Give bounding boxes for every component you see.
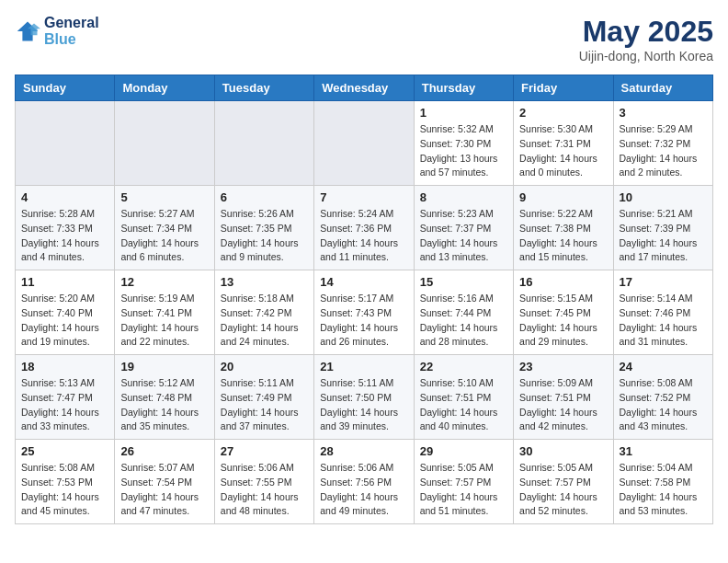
calendar-week-4: 18Sunrise: 5:13 AM Sunset: 7:47 PM Dayli… — [16, 355, 713, 440]
day-info: Sunrise: 5:06 AM Sunset: 7:55 PM Dayligh… — [221, 461, 308, 519]
calendar-cell: 7Sunrise: 5:24 AM Sunset: 7:36 PM Daylig… — [314, 186, 414, 270]
calendar-cell: 5Sunrise: 5:27 AM Sunset: 7:34 PM Daylig… — [115, 186, 214, 270]
calendar-cell: 3Sunrise: 5:29 AM Sunset: 7:32 PM Daylig… — [613, 101, 712, 186]
day-info: Sunrise: 5:21 AM Sunset: 7:39 PM Dayligh… — [620, 207, 707, 265]
day-number: 24 — [620, 360, 707, 373]
logo: General Blue — [15, 15, 99, 48]
calendar-cell: 15Sunrise: 5:16 AM Sunset: 7:44 PM Dayli… — [414, 270, 513, 355]
calendar-cell — [214, 101, 313, 186]
calendar-cell — [314, 101, 414, 186]
day-number: 18 — [21, 360, 108, 373]
calendar-cell: 11Sunrise: 5:20 AM Sunset: 7:40 PM Dayli… — [16, 270, 115, 355]
day-info: Sunrise: 5:29 AM Sunset: 7:32 PM Dayligh… — [620, 122, 707, 180]
calendar-cell: 20Sunrise: 5:11 AM Sunset: 7:49 PM Dayli… — [214, 355, 313, 440]
day-info: Sunrise: 5:07 AM Sunset: 7:54 PM Dayligh… — [120, 461, 208, 519]
calendar-cell: 28Sunrise: 5:06 AM Sunset: 7:56 PM Dayli… — [314, 440, 414, 524]
day-number: 16 — [519, 275, 607, 289]
calendar-cell: 27Sunrise: 5:06 AM Sunset: 7:55 PM Dayli… — [214, 440, 313, 524]
day-number: 4 — [21, 190, 108, 204]
page-header: General Blue May 2025 Uijin-dong, North … — [15, 15, 713, 63]
calendar-header-row: SundayMondayTuesdayWednesdayThursdayFrid… — [16, 75, 713, 101]
calendar-cell: 10Sunrise: 5:21 AM Sunset: 7:39 PM Dayli… — [613, 186, 712, 270]
day-number: 17 — [620, 275, 707, 289]
day-number: 19 — [120, 360, 208, 373]
logo-icon — [15, 18, 40, 44]
day-number: 10 — [620, 190, 707, 204]
day-number: 27 — [221, 444, 308, 458]
calendar-week-3: 11Sunrise: 5:20 AM Sunset: 7:40 PM Dayli… — [16, 270, 713, 355]
weekday-header-tuesday: Tuesday — [214, 75, 313, 101]
day-info: Sunrise: 5:27 AM Sunset: 7:34 PM Dayligh… — [120, 207, 208, 265]
calendar-cell: 22Sunrise: 5:10 AM Sunset: 7:51 PM Dayli… — [414, 355, 513, 440]
day-number: 26 — [120, 444, 208, 458]
day-number: 1 — [420, 106, 507, 120]
logo-text-line1: General — [44, 15, 99, 31]
logo-text-line2: Blue — [44, 31, 99, 48]
calendar-cell: 12Sunrise: 5:19 AM Sunset: 7:41 PM Dayli… — [115, 270, 214, 355]
day-info: Sunrise: 5:17 AM Sunset: 7:43 PM Dayligh… — [320, 292, 407, 350]
day-info: Sunrise: 5:08 AM Sunset: 7:53 PM Dayligh… — [21, 461, 108, 519]
day-info: Sunrise: 5:08 AM Sunset: 7:52 PM Dayligh… — [620, 376, 707, 434]
month-title: May 2025 — [579, 15, 713, 49]
day-number: 22 — [420, 360, 507, 373]
day-number: 21 — [320, 360, 407, 373]
day-info: Sunrise: 5:22 AM Sunset: 7:38 PM Dayligh… — [519, 207, 607, 265]
day-info: Sunrise: 5:16 AM Sunset: 7:44 PM Dayligh… — [420, 292, 507, 350]
weekday-header-thursday: Thursday — [414, 75, 513, 101]
day-number: 23 — [519, 360, 607, 373]
day-number: 11 — [21, 275, 108, 289]
calendar-cell: 9Sunrise: 5:22 AM Sunset: 7:38 PM Daylig… — [514, 186, 613, 270]
day-info: Sunrise: 5:11 AM Sunset: 7:49 PM Dayligh… — [221, 376, 308, 434]
calendar-cell: 1Sunrise: 5:32 AM Sunset: 7:30 PM Daylig… — [414, 101, 513, 186]
day-info: Sunrise: 5:15 AM Sunset: 7:45 PM Dayligh… — [519, 292, 607, 350]
day-info: Sunrise: 5:12 AM Sunset: 7:48 PM Dayligh… — [120, 376, 208, 434]
day-info: Sunrise: 5:19 AM Sunset: 7:41 PM Dayligh… — [120, 292, 208, 350]
calendar-cell: 8Sunrise: 5:23 AM Sunset: 7:37 PM Daylig… — [414, 186, 513, 270]
day-info: Sunrise: 5:30 AM Sunset: 7:31 PM Dayligh… — [519, 122, 607, 180]
day-number: 9 — [519, 190, 607, 204]
calendar-cell: 21Sunrise: 5:11 AM Sunset: 7:50 PM Dayli… — [314, 355, 414, 440]
calendar-cell: 13Sunrise: 5:18 AM Sunset: 7:42 PM Dayli… — [214, 270, 313, 355]
calendar-cell: 29Sunrise: 5:05 AM Sunset: 7:57 PM Dayli… — [414, 440, 513, 524]
day-number: 6 — [221, 190, 308, 204]
day-info: Sunrise: 5:06 AM Sunset: 7:56 PM Dayligh… — [320, 461, 407, 519]
day-info: Sunrise: 5:10 AM Sunset: 7:51 PM Dayligh… — [420, 376, 507, 434]
day-info: Sunrise: 5:26 AM Sunset: 7:35 PM Dayligh… — [221, 207, 308, 265]
day-info: Sunrise: 5:05 AM Sunset: 7:57 PM Dayligh… — [420, 461, 507, 519]
day-number: 31 — [620, 444, 707, 458]
calendar-week-5: 25Sunrise: 5:08 AM Sunset: 7:53 PM Dayli… — [16, 440, 713, 524]
day-info: Sunrise: 5:09 AM Sunset: 7:51 PM Dayligh… — [519, 376, 607, 434]
day-number: 30 — [519, 444, 607, 458]
calendar-cell: 18Sunrise: 5:13 AM Sunset: 7:47 PM Dayli… — [16, 355, 115, 440]
weekday-header-saturday: Saturday — [613, 75, 712, 101]
calendar-cell: 25Sunrise: 5:08 AM Sunset: 7:53 PM Dayli… — [16, 440, 115, 524]
day-number: 2 — [519, 106, 607, 120]
location-label: Uijin-dong, North Korea — [579, 49, 713, 63]
day-number: 7 — [320, 190, 407, 204]
calendar-cell — [115, 101, 214, 186]
weekday-header-friday: Friday — [514, 75, 613, 101]
calendar-cell — [16, 101, 115, 186]
weekday-header-sunday: Sunday — [16, 75, 115, 101]
calendar-week-1: 1Sunrise: 5:32 AM Sunset: 7:30 PM Daylig… — [16, 101, 713, 186]
day-number: 14 — [320, 275, 407, 289]
day-number: 20 — [221, 360, 308, 373]
day-info: Sunrise: 5:24 AM Sunset: 7:36 PM Dayligh… — [320, 207, 407, 265]
day-info: Sunrise: 5:14 AM Sunset: 7:46 PM Dayligh… — [620, 292, 707, 350]
calendar-table: SundayMondayTuesdayWednesdayThursdayFrid… — [15, 75, 713, 524]
calendar-week-2: 4Sunrise: 5:28 AM Sunset: 7:33 PM Daylig… — [16, 186, 713, 270]
calendar-cell: 23Sunrise: 5:09 AM Sunset: 7:51 PM Dayli… — [514, 355, 613, 440]
day-number: 12 — [120, 275, 208, 289]
weekday-header-monday: Monday — [115, 75, 214, 101]
calendar-cell: 31Sunrise: 5:04 AM Sunset: 7:58 PM Dayli… — [613, 440, 712, 524]
title-section: May 2025 Uijin-dong, North Korea — [579, 15, 713, 63]
day-number: 5 — [120, 190, 208, 204]
calendar-cell: 16Sunrise: 5:15 AM Sunset: 7:45 PM Dayli… — [514, 270, 613, 355]
day-info: Sunrise: 5:13 AM Sunset: 7:47 PM Dayligh… — [21, 376, 108, 434]
day-info: Sunrise: 5:04 AM Sunset: 7:58 PM Dayligh… — [620, 461, 707, 519]
calendar-cell: 24Sunrise: 5:08 AM Sunset: 7:52 PM Dayli… — [613, 355, 712, 440]
day-number: 15 — [420, 275, 507, 289]
day-info: Sunrise: 5:20 AM Sunset: 7:40 PM Dayligh… — [21, 292, 108, 350]
day-number: 25 — [21, 444, 108, 458]
calendar-cell: 26Sunrise: 5:07 AM Sunset: 7:54 PM Dayli… — [115, 440, 214, 524]
